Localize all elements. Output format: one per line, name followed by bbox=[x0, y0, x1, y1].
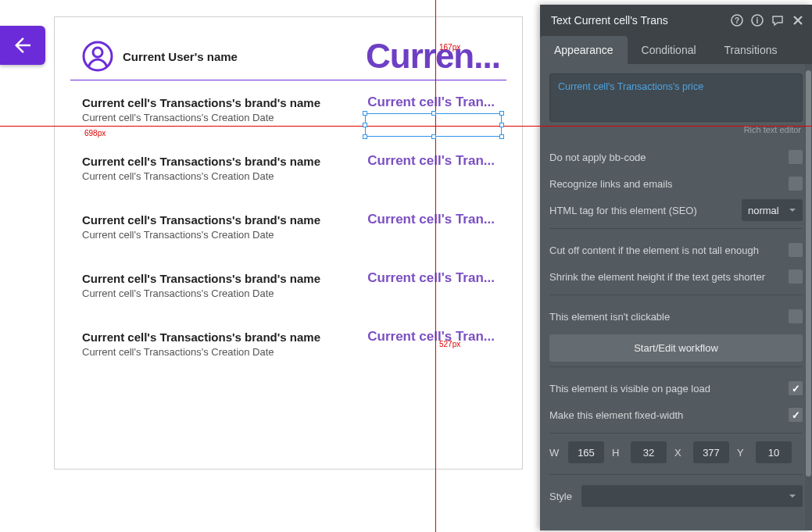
guide-measure-left: 698px bbox=[84, 129, 106, 137]
brand-label: Current cell's Transactions's brand's na… bbox=[82, 330, 320, 344]
expression-text: Current cell's Transactions's price bbox=[558, 81, 703, 92]
dim-w-input[interactable]: 165 bbox=[568, 441, 604, 463]
dim-y-input[interactable]: 10 bbox=[756, 441, 792, 463]
date-label: Current cell's Transactions's Creation D… bbox=[82, 170, 320, 182]
svg-text:?: ? bbox=[735, 16, 739, 25]
user-name-label: Current User's name bbox=[123, 50, 238, 63]
svg-point-1 bbox=[93, 48, 102, 57]
style-label: Style bbox=[549, 491, 572, 502]
prop-shrink-label: Shrink the element height if the text ge… bbox=[549, 271, 765, 283]
date-label: Current cell's Transactions's Creation D… bbox=[82, 112, 320, 123]
properties-panel: Text Current cell's Trans ? i Appearance… bbox=[540, 5, 812, 530]
checkbox-links[interactable] bbox=[789, 177, 803, 191]
seo-select-value: normal bbox=[748, 205, 779, 216]
panel-body: Current cell's Transactions's price Rich… bbox=[540, 64, 812, 530]
arrow-left-icon bbox=[11, 34, 34, 57]
brand-label: Current cell's Transactions's brand's na… bbox=[82, 213, 320, 227]
guide-measure-top: 167px bbox=[439, 43, 460, 52]
close-icon[interactable] bbox=[792, 14, 804, 27]
date-label: Current cell's Transactions's Creation D… bbox=[82, 287, 320, 299]
prop-fixedwidth-label: Make this element fixed-width bbox=[549, 409, 683, 421]
panel-title: Text Current cell's Trans bbox=[551, 14, 731, 27]
expression-editor[interactable]: Current cell's Transactions's price bbox=[549, 73, 803, 122]
checkbox-cutoff[interactable] bbox=[789, 243, 803, 257]
dim-x-input[interactable]: 377 bbox=[693, 441, 729, 463]
checkbox-clickable[interactable] bbox=[789, 309, 803, 323]
start-edit-workflow-button[interactable]: Start/Edit workflow bbox=[549, 334, 803, 362]
tab-conditional[interactable]: Conditional bbox=[628, 36, 710, 64]
resize-handle[interactable] bbox=[499, 123, 504, 127]
panel-scrollbar[interactable] bbox=[805, 64, 812, 530]
back-button[interactable] bbox=[0, 26, 45, 65]
chevron-down-icon bbox=[789, 206, 796, 214]
chevron-down-icon bbox=[789, 492, 796, 500]
panel-titlebar[interactable]: Text Current cell's Trans ? i bbox=[540, 5, 812, 36]
prop-links-label: Recognize links and emails bbox=[549, 178, 673, 190]
list-item[interactable]: Current cell's Transactions's brand's na… bbox=[82, 272, 495, 299]
dim-w-label: W bbox=[549, 447, 560, 459]
tab-transitions[interactable]: Transitions bbox=[710, 36, 792, 64]
checkbox-visible[interactable] bbox=[789, 381, 803, 395]
selection-box[interactable] bbox=[365, 113, 502, 137]
resize-handle[interactable] bbox=[363, 111, 367, 116]
checkbox-fixedwidth[interactable] bbox=[789, 408, 803, 422]
tab-appearance[interactable]: Appearance bbox=[540, 36, 628, 64]
info-icon[interactable]: i bbox=[751, 14, 764, 27]
prop-clickable-label: This element isn't clickable bbox=[549, 311, 670, 323]
price-label: Current cell's Tran... bbox=[367, 153, 495, 169]
prop-visible-label: This element is visible on page load bbox=[549, 383, 710, 395]
price-label: Current cell's Tran... bbox=[367, 270, 495, 286]
panel-tabs: Appearance Conditional Transitions bbox=[540, 36, 812, 64]
design-canvas[interactable]: Current User's name Curren... Current ce… bbox=[54, 16, 523, 470]
resize-handle[interactable] bbox=[431, 134, 436, 139]
list-item[interactable]: Current cell's Transactions's brand's na… bbox=[82, 213, 495, 241]
dim-h-input[interactable]: 32 bbox=[631, 441, 667, 463]
scroll-thumb[interactable] bbox=[806, 70, 811, 477]
avatar-icon bbox=[82, 41, 113, 72]
resize-handle[interactable] bbox=[499, 111, 504, 116]
resize-handle[interactable] bbox=[431, 111, 436, 116]
brand-label: Current cell's Transactions's brand's na… bbox=[82, 96, 320, 109]
brand-label: Current cell's Transactions's brand's na… bbox=[82, 272, 320, 285]
price-label: Current cell's Tran... bbox=[367, 212, 495, 227]
dim-y-label: Y bbox=[737, 447, 748, 459]
comment-icon[interactable] bbox=[771, 14, 784, 27]
dim-x-label: X bbox=[674, 447, 685, 459]
dim-h-label: H bbox=[612, 447, 623, 459]
price-label: Current cell's Tran... bbox=[367, 329, 495, 345]
help-icon[interactable]: ? bbox=[731, 14, 743, 27]
prop-seo-label: HTML tag for this element (SEO) bbox=[549, 205, 697, 216]
prop-cutoff-label: Cut off content if the element is not ta… bbox=[549, 245, 759, 256]
checkbox-bbcode[interactable] bbox=[789, 150, 803, 164]
resize-handle[interactable] bbox=[363, 123, 367, 127]
list-item[interactable]: Current cell's Transactions's brand's na… bbox=[82, 330, 495, 358]
date-label: Current cell's Transactions's Creation D… bbox=[82, 229, 320, 241]
resize-handle[interactable] bbox=[363, 134, 367, 139]
list-item[interactable]: Current cell's Transactions's brand's na… bbox=[82, 155, 495, 182]
prop-bbcode-label: Do not apply bb-code bbox=[549, 152, 646, 163]
date-label: Current cell's Transactions's Creation D… bbox=[82, 346, 320, 358]
svg-text:i: i bbox=[757, 16, 759, 25]
guide-measure-mid: 527px bbox=[439, 340, 460, 348]
checkbox-shrink[interactable] bbox=[789, 270, 803, 284]
style-select[interactable] bbox=[581, 485, 803, 507]
brand-label: Current cell's Transactions's brand's na… bbox=[82, 155, 320, 168]
price-label: Current cell's Tran... bbox=[367, 95, 495, 110]
resize-handle[interactable] bbox=[499, 134, 504, 139]
seo-select[interactable]: normal bbox=[742, 199, 803, 221]
vertical-guide bbox=[435, 0, 436, 532]
